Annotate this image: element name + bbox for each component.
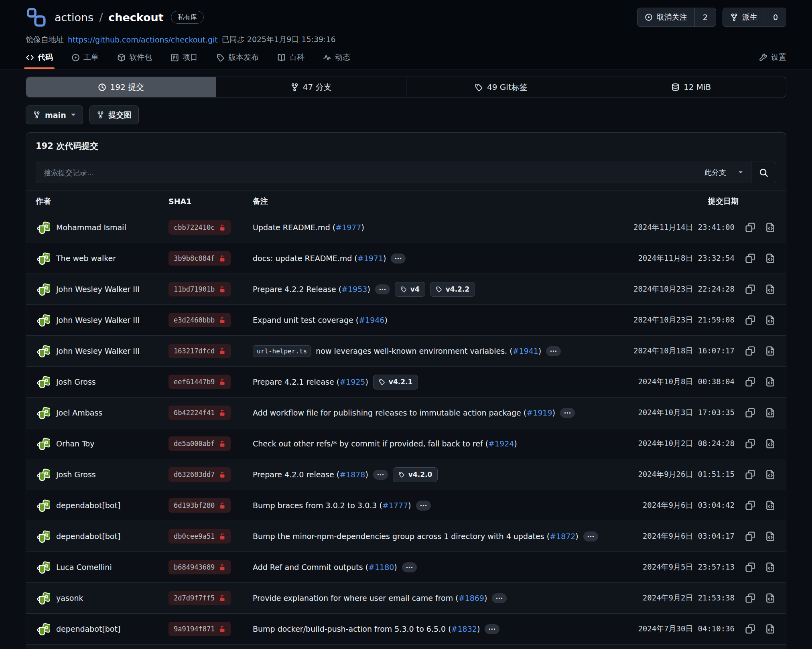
expand-commit-message-button[interactable] bbox=[485, 624, 499, 634]
commit-author-name[interactable]: John Wesley Walker III bbox=[56, 347, 140, 355]
commit-sha-link[interactable]: cbb722410c bbox=[168, 220, 231, 235]
commit-search-input[interactable] bbox=[36, 162, 696, 183]
repo-name-link[interactable]: checkout bbox=[108, 11, 163, 24]
commit-author-name[interactable]: dependabot[bot] bbox=[56, 625, 120, 633]
view-file-at-commit-button[interactable] bbox=[765, 531, 775, 542]
view-file-at-commit-button[interactable] bbox=[765, 222, 775, 233]
issue-link[interactable]: #1180 bbox=[368, 563, 394, 572]
fork-button[interactable]: 派生 0 bbox=[723, 8, 786, 27]
repo-owner-link[interactable]: actions bbox=[55, 11, 93, 24]
view-file-at-commit-button[interactable] bbox=[765, 284, 775, 294]
issue-link[interactable]: #1971 bbox=[357, 254, 383, 263]
tab-wiki[interactable]: 百科 bbox=[277, 52, 304, 69]
commit-sha-link[interactable]: 6b42224f41 bbox=[168, 406, 231, 420]
view-file-at-commit-button[interactable] bbox=[765, 315, 775, 325]
branch-selector[interactable]: main bbox=[26, 105, 83, 124]
view-file-at-commit-button[interactable] bbox=[765, 346, 775, 356]
issue-link[interactable]: #1832 bbox=[451, 625, 477, 633]
view-file-at-commit-button[interactable] bbox=[765, 253, 775, 264]
commit-author-name[interactable]: Joel Ambass bbox=[56, 408, 102, 417]
unwatch-button[interactable]: 取消关注 2 bbox=[637, 8, 716, 27]
stat-tags[interactable]: 49 Git标签 bbox=[406, 77, 596, 97]
view-file-at-commit-button[interactable] bbox=[765, 593, 775, 603]
issue-link[interactable]: #1878 bbox=[339, 470, 365, 479]
copy-sha-button[interactable] bbox=[745, 438, 755, 449]
expand-commit-message-button[interactable] bbox=[416, 501, 431, 511]
commit-author-name[interactable]: yasonk bbox=[56, 594, 83, 602]
search-scope-dropdown[interactable]: 此分支 bbox=[696, 162, 751, 183]
fork-count[interactable]: 0 bbox=[765, 8, 786, 26]
commit-sha-link[interactable]: b684943689 bbox=[168, 560, 231, 574]
issue-link[interactable]: #1941 bbox=[513, 347, 538, 355]
expand-commit-message-button[interactable] bbox=[583, 531, 598, 542]
expand-commit-message-button[interactable] bbox=[373, 470, 388, 480]
watch-count[interactable]: 2 bbox=[694, 8, 716, 26]
copy-sha-button[interactable] bbox=[745, 346, 755, 356]
issue-link[interactable]: #1946 bbox=[359, 316, 384, 324]
tab-code[interactable]: 代码 bbox=[26, 52, 53, 69]
commit-author-name[interactable]: The web walker bbox=[56, 254, 116, 263]
view-file-at-commit-button[interactable] bbox=[765, 562, 775, 572]
commit-sha-link[interactable]: 6d193bf280 bbox=[168, 498, 231, 513]
expand-commit-message-button[interactable] bbox=[492, 593, 507, 603]
commit-author-name[interactable]: John Wesley Walker III bbox=[56, 316, 140, 324]
expand-commit-message-button[interactable] bbox=[375, 284, 390, 294]
commit-author-name[interactable]: Josh Gross bbox=[56, 470, 96, 479]
release-tag-pill[interactable]: v4.2.1 bbox=[373, 375, 418, 389]
copy-sha-button[interactable] bbox=[745, 408, 755, 418]
commit-sha-link[interactable]: de5a000abf bbox=[168, 436, 231, 451]
stat-commits[interactable]: 192 提交 bbox=[26, 77, 216, 97]
release-tag-pill[interactable]: v4.2.2 bbox=[430, 282, 475, 297]
commit-sha-link[interactable]: 11bd71901b bbox=[168, 282, 231, 296]
tab-projects[interactable]: 项目 bbox=[171, 52, 198, 69]
issue-link[interactable]: #1919 bbox=[526, 408, 552, 417]
copy-sha-button[interactable] bbox=[745, 315, 755, 325]
tab-settings[interactable]: 设置 bbox=[759, 52, 786, 69]
commit-sha-link[interactable]: e3d2460bbb bbox=[168, 313, 231, 327]
commit-graph-button[interactable]: 提交图 bbox=[89, 105, 139, 124]
commit-author-name[interactable]: Luca Comellini bbox=[56, 563, 112, 572]
issue-link[interactable]: #1953 bbox=[341, 285, 367, 294]
expand-commit-message-button[interactable] bbox=[402, 562, 417, 572]
copy-sha-button[interactable] bbox=[745, 222, 755, 233]
issue-link[interactable]: #1777 bbox=[382, 501, 408, 510]
stat-branches[interactable]: 47 分支 bbox=[216, 77, 406, 97]
tab-packages[interactable]: 软件包 bbox=[117, 52, 152, 69]
tab-releases[interactable]: 版本发布 bbox=[216, 52, 259, 69]
view-file-at-commit-button[interactable] bbox=[765, 408, 775, 418]
tab-activity[interactable]: 动态 bbox=[323, 52, 350, 69]
view-file-at-commit-button[interactable] bbox=[765, 469, 775, 480]
copy-sha-button[interactable] bbox=[745, 624, 755, 634]
commit-sha-link[interactable]: 3b9b8c884f bbox=[168, 251, 231, 266]
copy-sha-button[interactable] bbox=[745, 377, 755, 387]
copy-sha-button[interactable] bbox=[745, 531, 755, 542]
expand-commit-message-button[interactable] bbox=[546, 346, 561, 356]
issue-link[interactable]: #1977 bbox=[335, 223, 361, 232]
commit-sha-link[interactable]: d632683dd7 bbox=[168, 467, 231, 482]
view-file-at-commit-button[interactable] bbox=[765, 438, 775, 449]
commit-sha-link[interactable]: db0cee9a51 bbox=[168, 529, 231, 544]
copy-sha-button[interactable] bbox=[745, 500, 755, 511]
release-tag-pill[interactable]: v4 bbox=[395, 282, 425, 297]
commit-author-name[interactable]: Orhan Toy bbox=[56, 439, 94, 448]
issue-link[interactable]: #1872 bbox=[550, 532, 575, 541]
view-file-at-commit-button[interactable] bbox=[765, 624, 775, 634]
commit-author-name[interactable]: Josh Gross bbox=[56, 377, 96, 386]
view-file-at-commit-button[interactable] bbox=[765, 500, 775, 511]
copy-sha-button[interactable] bbox=[745, 469, 755, 480]
commit-sha-link[interactable]: 2d7d9f7ff5 bbox=[168, 591, 231, 605]
commit-sha-link[interactable]: 163217dfcd bbox=[168, 344, 231, 358]
expand-commit-message-button[interactable] bbox=[391, 254, 406, 264]
expand-commit-message-button[interactable] bbox=[560, 408, 575, 418]
copy-sha-button[interactable] bbox=[745, 253, 755, 264]
copy-sha-button[interactable] bbox=[745, 284, 755, 294]
mirror-url-link[interactable]: https://github.com/actions/checkout.git bbox=[68, 35, 218, 44]
copy-sha-button[interactable] bbox=[745, 562, 755, 572]
commit-author-name[interactable]: dependabot[bot] bbox=[56, 532, 120, 541]
view-file-at-commit-button[interactable] bbox=[765, 377, 775, 387]
release-tag-pill[interactable]: v4.2.0 bbox=[393, 467, 438, 482]
commit-sha-link[interactable]: 9a9194f871 bbox=[168, 622, 231, 636]
tab-issues[interactable]: 工单 bbox=[71, 52, 99, 69]
issue-link[interactable]: #1924 bbox=[488, 439, 514, 448]
issue-link[interactable]: #1869 bbox=[459, 594, 484, 602]
